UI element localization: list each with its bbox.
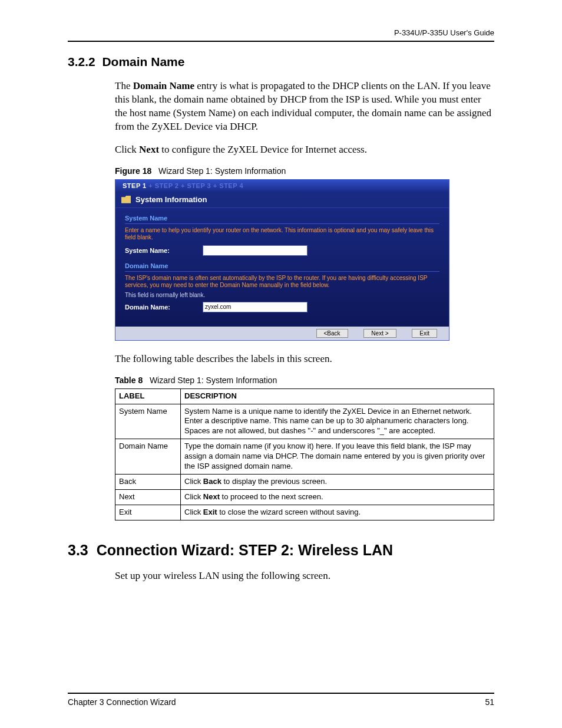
th-desc: DESCRIPTION — [181, 388, 494, 404]
folder-icon — [121, 196, 131, 203]
step-1: STEP 1 — [123, 182, 147, 189]
th-label: LABEL — [115, 388, 181, 404]
section-title: Connection Wizard: STEP 2: Wireless LAN — [97, 542, 393, 558]
description-table: LABEL DESCRIPTION System Name System Nam… — [115, 388, 494, 521]
domain-help: The ISP's domain name is often sent auto… — [125, 274, 439, 292]
table-row: Exit Click Exit to close the wizard scre… — [115, 505, 494, 520]
wizard-steps: STEP 1 + STEP 2 + STEP 3 + STEP 4 — [115, 180, 449, 192]
table-header-row: LABEL DESCRIPTION — [115, 388, 494, 404]
sysname-heading: System Name — [125, 213, 439, 224]
wizard-button-bar: <Back Next > Exit — [115, 327, 449, 340]
section-number: 3.2.2 — [68, 55, 95, 68]
sysname-help: Enter a name to help you identify your r… — [125, 226, 439, 244]
wizard-panel: STEP 1 + STEP 2 + STEP 3 + STEP 4 System… — [115, 179, 449, 341]
para-domain-1: The Domain Name entry is what is propaga… — [115, 80, 494, 134]
next-button[interactable]: Next > — [363, 329, 396, 338]
sysname-label: System Name: — [125, 247, 203, 254]
back-button[interactable]: <Back — [316, 329, 348, 338]
table-row: Back Click Back to display the previous … — [115, 474, 494, 489]
table-row: System Name System Name is a unique name… — [115, 404, 494, 439]
sysname-input[interactable] — [203, 245, 308, 256]
step-2: STEP 2 — [155, 182, 179, 189]
running-header: P-334U/P-335U User's Guide — [68, 28, 494, 37]
table-row: Domain Name Type the domain name (if you… — [115, 439, 494, 475]
footer-chapter: Chapter 3 Connection Wizard — [68, 697, 176, 707]
table-row: Next Click Next to proceed to the next s… — [115, 489, 494, 505]
section-3-2-2-heading: 3.2.2 Domain Name — [68, 55, 494, 69]
domain-input[interactable] — [203, 302, 308, 312]
header-rule — [68, 41, 494, 42]
wizard-title-text: System Information — [135, 195, 207, 204]
para-3-3: Set up your wireless LAN using the follo… — [115, 569, 494, 583]
section-3-3-heading: 3.3 Connection Wizard: STEP 2: Wireless … — [68, 542, 494, 559]
section-title: Domain Name — [102, 55, 184, 68]
para-domain-2: Click Next to configure the ZyXEL Device… — [115, 143, 494, 157]
step-4: STEP 4 — [219, 182, 243, 189]
wizard-title-bar: System Information — [115, 192, 449, 208]
table-caption: Table 8 Wizard Step 1: System Informatio… — [115, 375, 494, 385]
step-3: STEP 3 — [187, 182, 211, 189]
after-figure-text: The following table describes the labels… — [115, 353, 494, 366]
figure-caption: Figure 18 Wizard Step 1: System Informat… — [115, 166, 494, 176]
section-number: 3.3 — [68, 542, 88, 558]
domain-note: This field is normally left blank. — [125, 292, 439, 301]
footer-page-number: 51 — [485, 697, 494, 707]
domain-label: Domain Name: — [125, 304, 203, 311]
exit-button[interactable]: Exit — [412, 329, 437, 338]
domain-heading: Domain Name — [125, 261, 439, 272]
page-footer: Chapter 3 Connection Wizard 51 — [68, 693, 494, 707]
